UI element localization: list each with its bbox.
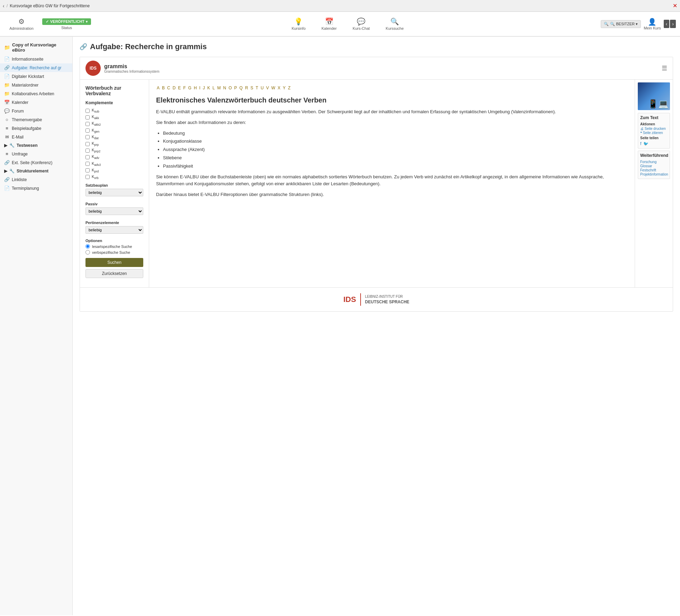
pertinenzelemente-select[interactable]: beliebig (85, 226, 143, 234)
twitter-icon[interactable]: 🐦 (643, 141, 649, 146)
sidebar-item-kalender[interactable]: 📅 Kalender (0, 98, 72, 107)
checkbox-kadv2[interactable]: Kadv2 (85, 161, 143, 167)
checkbox-input-kdat[interactable] (85, 135, 90, 139)
nav-kalender[interactable]: 📅 Kalender (319, 16, 339, 32)
alpha-H[interactable]: H (193, 85, 198, 91)
sidebar-item-informationsseite[interactable]: 📄 Informationsseite (0, 55, 72, 63)
hamburger-icon[interactable]: ☰ (662, 64, 667, 72)
forschung-link[interactable]: Forschung (640, 160, 668, 164)
alpha-Q[interactable]: Q (239, 85, 243, 91)
alpha-K[interactable]: K (207, 85, 211, 91)
nav-arrow-left[interactable]: ‹ (664, 20, 670, 28)
checkbox-ksub[interactable]: Ksub (85, 108, 143, 113)
sidebar-item-umfrage[interactable]: ≡ Umfrage (0, 150, 72, 158)
sidebar-item-strukturelement[interactable]: ▶ 🔧 Strukturelement (0, 167, 72, 175)
checkbox-input-kprd[interactable] (85, 168, 90, 172)
nav-arrow-right[interactable]: › (670, 20, 676, 28)
role-button[interactable]: 🔍 🔍 BESITZER ▾ (601, 20, 641, 28)
sidebar-item-testwesen[interactable]: ▶ 🔧 Testwesen (0, 141, 72, 150)
alpha-U[interactable]: U (260, 85, 264, 91)
alpha-Y[interactable]: Y (282, 85, 286, 91)
checkbox-input-kprp2[interactable] (85, 149, 90, 153)
sidebar-item-ext-seite[interactable]: 🔗 Ext. Seite (Konferenz) (0, 158, 72, 167)
alpha-E[interactable]: E (177, 85, 181, 91)
alpha-O[interactable]: O (228, 85, 232, 91)
alpha-C[interactable]: C (166, 85, 171, 91)
alpha-J[interactable]: J (202, 85, 206, 91)
nav-kurssuche[interactable]: 🔍 Kurssuche (383, 16, 407, 32)
alpha-Z[interactable]: Z (287, 85, 291, 91)
checkbox-input-kakk2[interactable] (85, 122, 90, 126)
checkbox-input-kadv2[interactable] (85, 162, 90, 166)
weiterfuhrend-title: Weiterführend (640, 153, 668, 158)
seite-drucken-link[interactable]: 🖨 Seite drucken (640, 127, 668, 131)
alpha-L[interactable]: L (212, 85, 216, 91)
seite-zitieren-link[interactable]: ❝ Seite zitieren (640, 131, 668, 135)
checkbox-label-kprd: Kprd (92, 168, 99, 173)
checkbox-input-kakk[interactable] (85, 115, 90, 119)
radio-input-verb[interactable] (85, 250, 90, 255)
close-button[interactable]: ✕ (673, 2, 677, 9)
expand-icon: ▶ (4, 169, 7, 173)
checkbox-input-kprp[interactable] (85, 142, 90, 146)
checkbox-input-kgen[interactable] (85, 128, 90, 133)
ids-logo-circle: IDS (85, 61, 101, 76)
checkbox-kgen[interactable]: Kgen (85, 128, 143, 133)
festschrift-link[interactable]: Festschrift (640, 168, 668, 172)
alpha-G[interactable]: G (188, 85, 192, 91)
sidebar-item-forum[interactable]: 💬 Forum (0, 107, 72, 115)
checkbox-kprd[interactable]: Kprd (85, 168, 143, 173)
alpha-M[interactable]: M (217, 85, 221, 91)
checkbox-kprp[interactable]: Kprp (85, 141, 143, 146)
sidebar-item-themenvergabe[interactable]: ○ Themenvergabe (0, 115, 72, 124)
alpha-D[interactable]: D (172, 85, 176, 91)
alpha-F[interactable]: F (182, 85, 186, 91)
content-para-2: Sie finden aber auch Informationen zu de… (156, 119, 628, 126)
checkbox-input-kvrb[interactable] (85, 175, 90, 179)
admin-button[interactable]: ⚙ Administration (4, 17, 39, 30)
sidebar-item-kollaboratives-arbeiten[interactable]: 📁 Kollaboratives Arbeiten (0, 89, 72, 98)
alpha-R[interactable]: R (244, 85, 249, 91)
facebook-icon[interactable]: f (640, 141, 641, 146)
alpha-T[interactable]: T (255, 85, 259, 91)
checkbox-kakk2[interactable]: Kakk2 (85, 121, 143, 126)
sidebar-item-digitaler-kickstart[interactable]: 📄 Digitaler Kickstart (0, 72, 72, 81)
checkbox-kprp2[interactable]: Kprp2 (85, 148, 143, 153)
checkbox-kvrb[interactable]: Kvrb (85, 175, 143, 180)
radio-lesart[interactable]: lesartspezifische Suche (85, 244, 143, 249)
alpha-N[interactable]: N (223, 85, 227, 91)
nav-kursinfo[interactable]: 💡 Kursinfo (289, 16, 308, 32)
sidebar-item-beispielaufgabe[interactable]: ≡ Beispielaufgabe (0, 124, 72, 133)
alpha-A[interactable]: A (156, 85, 160, 91)
sidebar-item-materialordner[interactable]: 📁 Materialordner (0, 81, 72, 89)
reset-button[interactable]: Zurücksetzen (85, 269, 143, 278)
alpha-I[interactable]: I (199, 85, 201, 91)
sidebar-item-e-mail[interactable]: ✉ E-Mail (0, 133, 72, 141)
alpha-B[interactable]: B (161, 85, 165, 91)
checkbox-kdat[interactable]: Kdat (85, 135, 143, 140)
passiv-select[interactable]: beliebig (85, 207, 143, 215)
main-content: 🔗 Aufgabe: Recherche in grammis IDS gram… (73, 37, 680, 615)
mein-kurs-button[interactable]: 👤 Mein Kurs (644, 18, 661, 30)
alpha-W[interactable]: W (271, 85, 276, 91)
radio-input-lesart[interactable] (85, 244, 90, 249)
sidebar-item-linkliste[interactable]: 🔗 Linkliste (0, 175, 72, 184)
search-button[interactable]: Suchen (85, 258, 143, 267)
projektinformation-link[interactable]: Projektinformation (640, 172, 668, 176)
alpha-V[interactable]: V (265, 85, 270, 91)
radio-verb[interactable]: verbspezifische Suche (85, 250, 143, 255)
satzbauplan-select[interactable]: beliebig (85, 189, 143, 196)
checkbox-input-ksub[interactable] (85, 109, 90, 113)
status-badge[interactable]: ✓ VERÖFFENTLICHT ▾ (42, 18, 91, 25)
checkbox-kadv[interactable]: Kadv (85, 154, 143, 160)
sidebar-item-aufgabe-recherche[interactable]: 🔗 Aufgabe: Recherche auf gr (0, 63, 72, 72)
back-button[interactable]: ‹ (3, 3, 4, 9)
alpha-P[interactable]: P (234, 85, 238, 91)
checkbox-kakk[interactable]: Kakk (85, 115, 143, 120)
sidebar-item-terminplanung[interactable]: 📄 Terminplanung (0, 184, 72, 193)
alpha-X[interactable]: X (277, 85, 281, 91)
nav-kurs-chat[interactable]: 💬 Kurs-Chat (350, 16, 373, 32)
alpha-S[interactable]: S (250, 85, 254, 91)
checkbox-input-kadv[interactable] (85, 155, 90, 159)
glossar-link[interactable]: Glossar (640, 164, 668, 168)
